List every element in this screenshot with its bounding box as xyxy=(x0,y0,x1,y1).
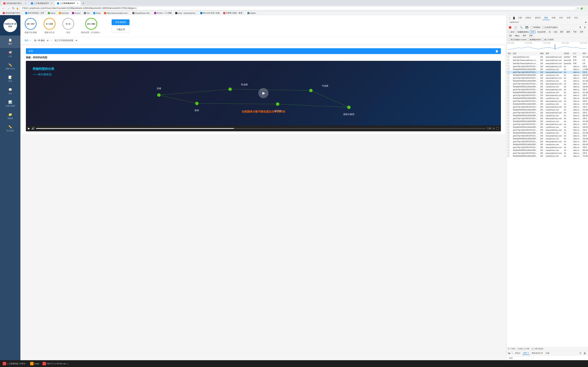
devtools-tab-sources[interactable]: 源代码 xyxy=(533,16,542,20)
clear-button[interactable]: ⬜ xyxy=(513,26,518,29)
record-button[interactable]: 🔴 xyxy=(508,26,512,29)
bookmark-12[interactable]: 百度网上报告 - 教育... xyxy=(222,11,245,15)
row-checkbox[interactable] xyxy=(507,146,512,149)
devtools-tab-network[interactable]: 网络 xyxy=(543,16,550,20)
table-row[interactable]: f6e0a8e9549f353c28e5043f0f6684...200v.pm… xyxy=(507,80,588,83)
bookmark-13[interactable]: Hidden xyxy=(246,12,257,14)
bookmark-3[interactable]: Dev/Soft xyxy=(58,12,70,14)
bookmark-4[interactable]: Source xyxy=(71,12,82,14)
table-row[interactable]: getUri?bp=http%3A%2F%2Fv.pmp...200www.pm… xyxy=(507,152,588,155)
table-row[interactable]: f6e0a8e9549f353c28e5043f0f6684...200v.pm… xyxy=(507,108,588,111)
bookmark-11[interactable]: Microsoft 支持 | 设备 xyxy=(199,11,221,15)
filter-ws[interactable]: WS xyxy=(508,34,513,37)
devtools-inspect-icon[interactable]: ⬚ xyxy=(508,16,511,20)
row-checkbox[interactable] xyxy=(507,126,512,129)
breadcrumb-home[interactable]: 课件 xyxy=(25,39,29,42)
row-checkbox[interactable] xyxy=(507,140,512,143)
row-checkbox[interactable] xyxy=(507,94,512,97)
download-cert-button[interactable]: 下载证书 xyxy=(112,26,130,33)
tab-1-close[interactable]: ✕ xyxy=(25,2,26,5)
breadcrumb-section-select[interactable]: 第三节 药剂学的剂型 xyxy=(52,39,78,42)
table-row[interactable]: getUri?bp=http%3A%2F%2Fv.pmp...200www.pm… xyxy=(507,94,588,97)
checkin-button[interactable]: 没有成绩单 xyxy=(112,19,130,25)
bottom-tab-request[interactable]: 请求 ✕ xyxy=(522,351,530,355)
reload-button[interactable]: ↻ xyxy=(12,6,15,10)
row-checkbox[interactable] xyxy=(507,108,512,111)
row-checkbox[interactable] xyxy=(507,74,512,77)
table-row[interactable]: getUri?bp=http%3A%2F%2Fv.pmp...200www.pm… xyxy=(507,140,588,143)
taskbar-item-2[interactable]: OBS 27.1.3 (64-bit, win...) xyxy=(41,361,69,366)
offline-checkbox[interactable]: 已停用节流模式 xyxy=(542,26,558,29)
row-checkbox[interactable] xyxy=(507,111,512,114)
row-checkbox[interactable] xyxy=(507,149,512,152)
table-row[interactable]: blob:http://www.pmphmooc.com/...200www.p… xyxy=(507,62,588,65)
network-table-wrapper[interactable]: 名称 状态 网域 类型 启动器 大小 时间 www.pmphmooc.com20… xyxy=(507,52,588,347)
bookmark-1[interactable]: 我关注的知识 - 知乎 xyxy=(24,11,46,15)
bottom-tab-issues[interactable]: 问题 xyxy=(545,351,550,355)
filter-css[interactable]: CSS xyxy=(553,31,559,33)
row-checkbox[interactable] xyxy=(507,114,512,117)
breadcrumb-chapter-select[interactable]: 第一章 概述 xyxy=(32,39,49,42)
row-checkbox[interactable] xyxy=(507,77,512,80)
tab-1[interactable]: 你知道包裹大部分... ✕ xyxy=(1,1,29,6)
play-pause-button[interactable]: ▶ xyxy=(28,127,30,130)
row-checkbox[interactable] xyxy=(507,97,512,100)
bookmark-8[interactable]: SimplyNoise Onli... xyxy=(131,12,152,14)
table-row[interactable]: f6e0a8e9549f353c28e5043f0f6684...200v.pm… xyxy=(507,68,588,71)
table-row[interactable]: getUri?bp=http%3A%2F%2Fv.pmp...200www.pm… xyxy=(507,129,588,132)
bookmark-9[interactable]: Arcaea - 个人档案 xyxy=(153,11,173,15)
table-row[interactable]: f6e0a8e9549f353c28e5043f0f6684...200v.pm… xyxy=(507,97,588,100)
row-checkbox[interactable] xyxy=(507,123,512,126)
col-domain[interactable]: 网域 xyxy=(539,52,545,55)
devtools-mobile-icon[interactable]: 📱 xyxy=(512,16,516,20)
row-checkbox[interactable] xyxy=(507,88,512,91)
filter-wasm[interactable]: Wasm xyxy=(514,34,521,37)
row-checkbox[interactable] xyxy=(507,143,512,146)
menu-icon[interactable]: ⋮ xyxy=(584,7,587,10)
filter-doc[interactable]: 文档 xyxy=(579,30,584,33)
third-party-checkbox[interactable]: 第三方请求 xyxy=(542,38,554,41)
col-initiator[interactable]: 启动器 xyxy=(563,52,572,55)
sidebar-item-wrong[interactable]: 📁 错题集 xyxy=(0,110,20,122)
inverted-checkbox[interactable]: 反转 xyxy=(508,31,514,33)
filter-media[interactable]: 媒体 xyxy=(566,30,571,33)
sidebar-item-rubric[interactable]: 📏 评分标准 xyxy=(0,122,20,135)
url-input[interactable] xyxy=(20,7,576,10)
bottom-tab-console[interactable]: 控制台 xyxy=(514,351,521,355)
volume-button[interactable]: 🔊 xyxy=(31,127,35,130)
hide-data-url-checkbox[interactable]: 隐藏数据网址 xyxy=(515,31,529,33)
filter-other[interactable]: 其他 xyxy=(528,34,534,37)
filter-icon-button[interactable]: 🔍 xyxy=(519,26,523,29)
back-button[interactable]: ← xyxy=(1,7,5,10)
row-checkbox[interactable] xyxy=(507,100,512,103)
row-checkbox[interactable] xyxy=(507,129,512,132)
table-row[interactable]: f6e0a8e9549f353c28e5043f0f6684...200v.pm… xyxy=(507,149,588,152)
table-row[interactable]: f6e0a8e9549f353c28e5043f0f6684...200v.pm… xyxy=(507,103,588,106)
bottom-tab-network-order[interactable]: 网络请求次序 xyxy=(531,351,544,355)
row-checkbox[interactable] xyxy=(507,55,512,58)
row-checkbox[interactable] xyxy=(507,120,512,123)
sidebar-item-homework[interactable]: ✏️ 测验与作业 xyxy=(0,60,20,73)
blocked-requests-checkbox[interactable]: 被屏蔽的请求 xyxy=(527,38,541,41)
table-row[interactable]: f6e0a8e9549f353c28e5043f0f6684...200v.pm… xyxy=(507,120,588,123)
devtools-tab-console[interactable]: 控制台 xyxy=(524,16,533,20)
sidebar-item-announcement[interactable]: 📢 公告 xyxy=(0,48,20,60)
table-row[interactable]: f6e0a8e9549f353c28e5043f0f6684...200v.pm… xyxy=(507,132,588,134)
network-export-icon[interactable]: ⬇ xyxy=(583,26,587,29)
devtools-tab-elements[interactable]: 元素 xyxy=(516,16,524,20)
play-button-overlay[interactable] xyxy=(258,88,268,98)
col-time[interactable]: 时间 xyxy=(581,52,588,55)
tab-3[interactable]: 人卫慕课播放助手 ✕ xyxy=(55,1,81,6)
table-row[interactable]: getUri?bp=http%3A%2F%2Fv.pmp...200www.pm… xyxy=(507,117,588,120)
devtools-tab-lighthouse[interactable]: Lighthouse xyxy=(508,20,520,24)
row-checkbox[interactable] xyxy=(507,58,512,62)
col-status[interactable]: 状态 xyxy=(512,52,539,55)
bookmark-0[interactable]: 你知道包裹大部分... xyxy=(1,11,23,15)
sidebar-item-courseware[interactable]: 📋 课件 xyxy=(0,35,20,48)
row-checkbox[interactable] xyxy=(507,80,512,83)
table-row[interactable]: getUri?bp=http%3A%2F%2Fv.pmp...200www.pm… xyxy=(507,83,588,85)
table-row[interactable]: getUri?bp=http%3A%2F%2Fv.pmp...200www.pm… xyxy=(507,100,588,103)
devtools-tab-performance[interactable]: 性能 xyxy=(550,16,557,20)
col-size[interactable]: 大小 xyxy=(572,52,581,55)
bookmark-10[interactable]: Unity - Download Arc... xyxy=(174,12,198,14)
